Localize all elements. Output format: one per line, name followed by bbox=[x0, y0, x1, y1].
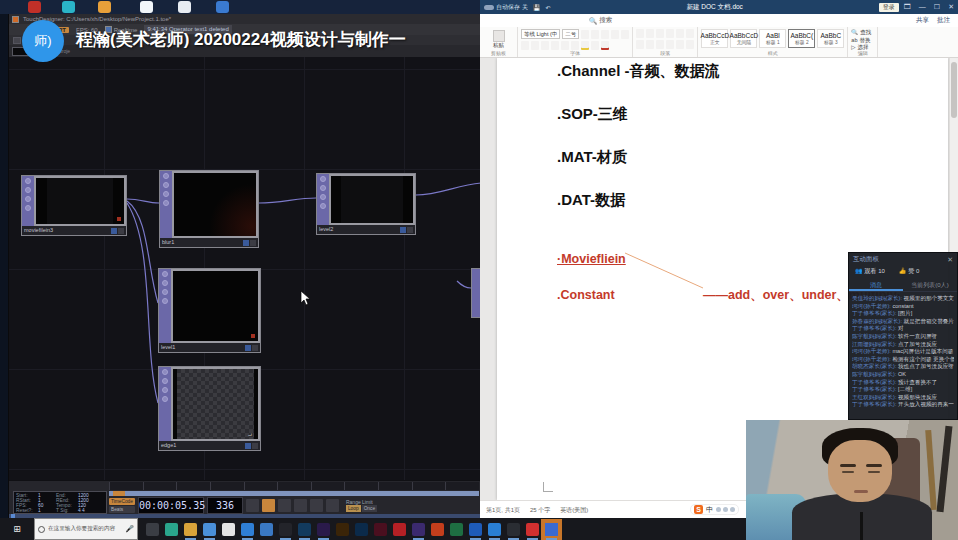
paragraph-icon[interactable] bbox=[646, 29, 654, 38]
taskbar-icon-capture-app[interactable] bbox=[507, 523, 520, 536]
node-flag-buttons[interactable] bbox=[245, 443, 258, 449]
desktop-icon-red-app[interactable] bbox=[28, 1, 41, 13]
style-entry[interactable]: AaBbC( 标题 2 bbox=[788, 29, 815, 48]
paste-icon[interactable] bbox=[493, 30, 505, 42]
close-button[interactable]: ✕ bbox=[948, 3, 954, 11]
paragraph-icon[interactable] bbox=[636, 40, 644, 49]
desktop-icon-qq[interactable] bbox=[140, 1, 153, 13]
chat-close-icon[interactable]: ✕ bbox=[947, 256, 953, 264]
timeline-ruler[interactable] bbox=[109, 482, 479, 490]
taskbar-icon-obs[interactable] bbox=[279, 523, 292, 536]
undo-icon[interactable]: ↶ bbox=[546, 4, 551, 11]
node-flag-buttons[interactable] bbox=[245, 345, 258, 351]
taskbar-icon-acrobat[interactable] bbox=[393, 523, 406, 536]
td-node-level1[interactable]: level1 bbox=[158, 268, 261, 353]
taskbar-icon-netease[interactable] bbox=[526, 523, 539, 536]
node-viewer-flags[interactable] bbox=[159, 367, 171, 441]
microphone-icon[interactable]: 🎤 bbox=[125, 525, 134, 533]
paste-label[interactable]: 粘贴 bbox=[493, 42, 504, 49]
style-entry[interactable]: AaBbC 标题 3 bbox=[817, 29, 844, 48]
font-tool-icon[interactable] bbox=[591, 30, 599, 39]
font-tool-icon[interactable] bbox=[601, 30, 609, 39]
td-node-moviefilein3[interactable]: moviefilein3 bbox=[21, 175, 127, 236]
transport-button[interactable] bbox=[326, 499, 339, 512]
transport-button[interactable] bbox=[262, 499, 275, 512]
taskbar-icon-stream-app[interactable] bbox=[545, 523, 558, 536]
paragraph-icon[interactable] bbox=[676, 40, 684, 49]
font-tool-icon[interactable] bbox=[611, 30, 619, 39]
node-flag-buttons[interactable] bbox=[111, 228, 124, 234]
taskbar-icon-animate[interactable] bbox=[355, 523, 368, 536]
search-box[interactable]: 🔍搜索 bbox=[589, 16, 612, 25]
taskbar-icon-indesign[interactable] bbox=[374, 523, 387, 536]
minimize-button[interactable]: — bbox=[919, 3, 926, 11]
taskbar-icon-word[interactable] bbox=[469, 523, 482, 536]
word-count[interactable]: 25 个字 bbox=[530, 506, 550, 515]
taskbar-icon-task-view[interactable] bbox=[146, 523, 159, 536]
taskbar-icon-powerpoint[interactable] bbox=[431, 523, 444, 536]
node-viewer-flags[interactable] bbox=[317, 174, 329, 225]
paragraph-icon[interactable] bbox=[676, 29, 684, 38]
ime-tools[interactable] bbox=[716, 507, 735, 512]
paragraph-icon[interactable] bbox=[666, 40, 674, 49]
font-tool-icon[interactable] bbox=[621, 30, 629, 39]
style-entry[interactable]: AaBbCcD 正文 bbox=[701, 29, 728, 48]
tab-messages[interactable]: 消息 bbox=[849, 280, 903, 291]
paragraph-icon[interactable] bbox=[686, 40, 694, 49]
transport-button[interactable] bbox=[294, 499, 307, 512]
taskbar-icon-chrome[interactable] bbox=[203, 523, 216, 536]
node-viewer-flags[interactable] bbox=[160, 171, 172, 238]
taskbar-icon-illustrator[interactable] bbox=[336, 523, 349, 536]
desktop-icon-mascot-app[interactable] bbox=[98, 1, 111, 13]
timeline-settings[interactable]: Start:1End:1200 RStart:1REnd:1200 FPS:60… bbox=[13, 491, 107, 514]
node-flag-buttons[interactable] bbox=[400, 227, 413, 233]
transport-button[interactable] bbox=[310, 499, 323, 512]
taskbar-icon-premiere[interactable] bbox=[317, 523, 330, 536]
taskbar-icon-edge[interactable] bbox=[260, 523, 273, 536]
transport-button[interactable] bbox=[246, 499, 259, 512]
taskbar-icon-teal-app[interactable] bbox=[165, 523, 178, 536]
comments-button[interactable]: 批注 bbox=[937, 16, 950, 25]
desktop-icon-media-app[interactable] bbox=[62, 1, 75, 13]
paragraph-icon[interactable] bbox=[646, 40, 654, 49]
ribbon-options-icon[interactable]: 🗖 bbox=[904, 3, 911, 11]
paragraph-icon[interactable] bbox=[656, 40, 664, 49]
editing-item[interactable]: ab 替换 bbox=[851, 37, 871, 44]
paragraph-icon[interactable] bbox=[686, 29, 694, 38]
beats-button[interactable]: Beats bbox=[109, 506, 135, 513]
timecode-button[interactable]: TimeCode bbox=[109, 498, 135, 505]
share-button[interactable]: 共享 bbox=[916, 16, 929, 25]
paragraph-icon[interactable] bbox=[666, 29, 674, 38]
playhead[interactable] bbox=[113, 491, 125, 496]
taskbar-icon-file-explorer[interactable] bbox=[184, 523, 197, 536]
ime-mode[interactable]: 中 bbox=[706, 505, 713, 515]
maximize-button[interactable]: ☐ bbox=[934, 3, 940, 11]
style-entry[interactable]: AaBl 标题 1 bbox=[759, 29, 786, 48]
taskbar-icon-screenshot-tool[interactable] bbox=[488, 523, 501, 536]
node-flag-buttons[interactable] bbox=[243, 240, 256, 246]
font-tool-icon[interactable] bbox=[581, 30, 589, 39]
tab-viewer-list[interactable]: 当前列表(0人) bbox=[903, 280, 957, 291]
sogou-logo-icon[interactable]: S bbox=[694, 505, 703, 514]
taskbar-search[interactable]: 在这里输入你要搜索的内容 🎤 bbox=[34, 518, 138, 540]
login-button[interactable]: 登录 bbox=[879, 3, 899, 12]
start-button[interactable]: ⊞ bbox=[0, 524, 34, 534]
page-indicator[interactable]: 第1页, 共1页 bbox=[486, 506, 520, 515]
word-titlebar[interactable]: 自动保存关 💾 ↶ 新建 DOC 文档.doc 登录 🗖 — ☐ ✕ bbox=[480, 0, 958, 14]
autosave-toggle[interactable]: 自动保存关 bbox=[484, 3, 528, 12]
chat-message-list[interactable]: 吴佳玲的妈妈(家长): 视频里的那个英文文档中看珂珂(孙千老师): consta… bbox=[849, 292, 957, 419]
taskbar-icon-after-effects[interactable] bbox=[412, 523, 425, 536]
node-viewer-flags[interactable] bbox=[22, 176, 34, 226]
td-node-edge1[interactable]: edge1 bbox=[158, 366, 261, 451]
transport-button[interactable] bbox=[278, 499, 291, 512]
loop-button[interactable]: Loop bbox=[346, 505, 361, 512]
paragraph-icon[interactable] bbox=[636, 29, 644, 38]
paragraph-icon[interactable] bbox=[656, 29, 664, 38]
taskbar-icon-excel[interactable] bbox=[450, 523, 463, 536]
taskbar-icon-chat-app[interactable] bbox=[241, 523, 254, 536]
save-icon[interactable]: 💾 bbox=[533, 4, 541, 11]
editing-item[interactable]: 🔍 查找 bbox=[851, 29, 871, 36]
timeline-range-bar[interactable] bbox=[109, 491, 479, 496]
sogou-ime-bar[interactable]: S 中 bbox=[690, 504, 739, 515]
taskbar-icon-calculator[interactable] bbox=[222, 523, 235, 536]
